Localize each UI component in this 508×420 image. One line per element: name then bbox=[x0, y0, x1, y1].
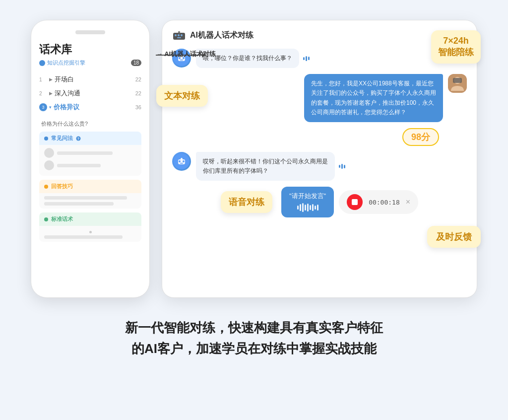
voice-input-row: 语音对练 "请开始发言" bbox=[172, 187, 467, 217]
wave-9 bbox=[317, 205, 318, 210]
panel-title: AI机器人话术对练 bbox=[190, 30, 254, 41]
badge-text-practice: 文本对练 bbox=[156, 85, 208, 107]
menu-arrow-2: ▶ bbox=[49, 91, 53, 96]
svg-rect-4 bbox=[178, 34, 180, 36]
sound-bar-6 bbox=[344, 165, 345, 168]
stop-icon bbox=[352, 199, 358, 205]
badge-feedback: 及时反馈 bbox=[427, 226, 481, 248]
timer: 00:00:18 bbox=[369, 199, 400, 206]
sound-bar-2 bbox=[306, 56, 307, 61]
wave-6 bbox=[310, 205, 311, 210]
menu-count-1: 22 bbox=[135, 76, 141, 82]
faq-section: 常见问法 ? bbox=[39, 132, 141, 176]
connector-label: → AI机器人话术对练 bbox=[156, 50, 216, 59]
msg-bubble-3: 哎呀，听起来很不错！你们这个公司永久商用是你们库里所有的字体吗？ bbox=[196, 152, 335, 181]
tips-content bbox=[39, 193, 141, 209]
tagline-line2: 的AI客户，加速学员在对练中掌握实战技能 bbox=[125, 339, 383, 359]
close-button[interactable]: × bbox=[406, 198, 410, 207]
menu-label-1: 开场白 bbox=[55, 75, 133, 84]
sound-icon-2 bbox=[339, 164, 345, 169]
menu-count-2: 22 bbox=[135, 90, 141, 96]
stop-button[interactable] bbox=[347, 194, 363, 210]
svg-rect-5 bbox=[181, 34, 183, 36]
engine-icon bbox=[39, 60, 45, 66]
sound-icon-1 bbox=[303, 56, 310, 61]
faq-row-2 bbox=[44, 160, 136, 170]
menu-item-3[interactable]: 3 ▾ 价格异议 36 bbox=[39, 100, 141, 114]
badge-voice-practice: 语音对练 bbox=[221, 191, 272, 213]
faq-label: 常见问法 bbox=[51, 135, 73, 142]
wave-4 bbox=[305, 205, 306, 210]
wave-3 bbox=[302, 203, 304, 212]
tips-label: 回答技巧 bbox=[51, 183, 73, 190]
robot-avatar-icon-2 bbox=[174, 153, 190, 169]
human-avatar-icon bbox=[448, 74, 467, 93]
voice-bubble: "请开始发言" bbox=[281, 187, 334, 217]
menu-num-1: 1 bbox=[39, 77, 47, 82]
menu-list: 1 ▶ 开场白 22 2 ▶ 深入沟通 22 3 ▾ 价格异议 36 bbox=[39, 72, 141, 114]
faq-dot bbox=[44, 137, 48, 140]
wave-8 bbox=[315, 206, 316, 210]
svg-rect-7 bbox=[178, 31, 180, 33]
tips-section: 回答技巧 bbox=[39, 180, 141, 209]
robot-title-icon bbox=[172, 31, 186, 41]
sub-question: 价格为什么这么贵? bbox=[39, 120, 141, 128]
menu-arrow-1: ▶ bbox=[49, 77, 53, 82]
bullet-1 bbox=[89, 231, 92, 233]
phone-title: 话术库 bbox=[39, 42, 141, 57]
menu-count-3: 36 bbox=[135, 104, 141, 110]
standard-label: 标准话术 bbox=[51, 215, 73, 223]
phone-notch bbox=[75, 30, 105, 34]
human-avatar bbox=[448, 74, 467, 93]
phone-subtitle: 知识点挖掘引擎 18 bbox=[39, 59, 141, 67]
standard-header: 标准话术 bbox=[39, 212, 141, 226]
wave-1 bbox=[297, 206, 299, 210]
avatar-2 bbox=[44, 160, 54, 170]
chat-area: 喂，哪位？你是谁？找我什么事？ 文本对练 bbox=[172, 49, 467, 217]
svg-point-26 bbox=[182, 157, 183, 158]
bot-avatar-2 bbox=[172, 152, 191, 171]
tagline: 新一代智能对练，快速构建具有真实客户特征 的AI客户，加速学员在对练中掌握实战技… bbox=[125, 318, 383, 359]
faq-header: 常见问法 ? bbox=[39, 132, 141, 145]
menu-num-2: 2 bbox=[39, 91, 47, 96]
wave-7 bbox=[312, 204, 314, 211]
faq-row-1 bbox=[44, 148, 136, 158]
tips-dot bbox=[44, 185, 48, 189]
wave-5 bbox=[307, 204, 309, 211]
chat-panel: AI机器人话术对练 7×24h 智能陪练 bbox=[162, 20, 477, 298]
svg-rect-12 bbox=[180, 60, 183, 61]
svg-rect-23 bbox=[180, 163, 183, 164]
menu-label-2: 深入沟通 bbox=[55, 89, 133, 98]
waveform bbox=[289, 203, 326, 212]
voice-bubble-text: "请开始发言" bbox=[289, 192, 326, 201]
standard-section: 标准话术 bbox=[39, 212, 141, 242]
question-icon: ? bbox=[76, 136, 81, 141]
msg-row-2: 先生，您好，我是XX公司1988号客服，最近您关注了我们的公众号，购买了字体个人… bbox=[172, 74, 467, 122]
menu-item-1[interactable]: 1 ▶ 开场白 22 bbox=[39, 72, 141, 86]
svg-point-25 bbox=[180, 157, 181, 158]
svg-rect-18 bbox=[453, 78, 462, 83]
voice-controls: 00:00:18 × bbox=[339, 190, 418, 214]
menu-item-2[interactable]: 2 ▶ 深入沟通 22 bbox=[39, 86, 141, 100]
faq-content bbox=[39, 145, 141, 176]
badge-247: 7×24h 智能陪练 bbox=[431, 30, 481, 64]
sound-bar-1 bbox=[303, 57, 305, 60]
sound-bar-5 bbox=[341, 164, 343, 169]
svg-point-21 bbox=[179, 160, 181, 162]
msg-bubble-2: 先生，您好，我是XX公司1988号客服，最近您关注了我们的公众号，购买了字体个人… bbox=[304, 74, 443, 122]
svg-text:?: ? bbox=[77, 137, 79, 140]
avatar-1 bbox=[44, 148, 54, 158]
wave-2 bbox=[300, 204, 301, 211]
panel-title-row: AI机器人话术对练 bbox=[172, 30, 467, 41]
tagline-line1: 新一代智能对练，快速构建具有真实客户特征 bbox=[125, 318, 383, 339]
msg-with-sound-2: 哎呀，听起来很不错！你们这个公司永久商用是你们库里所有的字体吗？ bbox=[196, 152, 345, 181]
svg-point-22 bbox=[183, 160, 185, 162]
svg-rect-6 bbox=[177, 37, 181, 38]
subtitle-text: 知识点挖掘引擎 bbox=[47, 59, 85, 67]
menu-num-3: 3 bbox=[39, 103, 47, 111]
menu-label-3: 价格异议 bbox=[54, 103, 133, 112]
score-badge: 98分 bbox=[402, 128, 439, 146]
tips-header: 回答技巧 bbox=[39, 180, 141, 193]
standard-content bbox=[39, 226, 141, 242]
sound-bar-4 bbox=[339, 165, 340, 168]
